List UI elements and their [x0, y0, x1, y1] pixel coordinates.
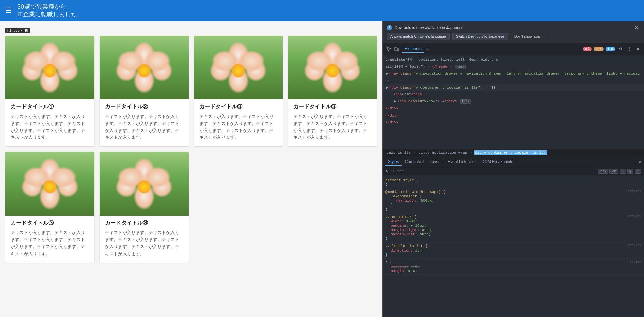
dom-line-2: alc(100% + 0px);"> ↔ </header> flex — [383, 63, 644, 71]
css-selector-universal: * { — [385, 260, 392, 264]
always-match-language-button[interactable]: Always match Chrome's language — [387, 33, 450, 40]
svg-rect-1 — [397, 48, 399, 51]
dom-line-row: ▶<div class="v-row"> ↔</div> flex — [383, 98, 644, 105]
subtab-styles[interactable]: Styles — [385, 158, 402, 166]
css-source-locale: <style> — [627, 244, 641, 247]
dom-line-comment: <!----> — [383, 77, 644, 84]
filter-input[interactable] — [390, 169, 595, 173]
subtab-layout[interactable]: Layout — [427, 158, 444, 166]
subtab-computed[interactable]: Computed — [402, 158, 426, 166]
devtools-styles-panel: element.style { } @media (min-width: 960… — [383, 175, 644, 317]
dont-show-again-button[interactable]: Don't show again — [511, 33, 546, 40]
breadcrumb-item-3[interactable]: div.v-container.v-locale--is-ltr — [474, 150, 547, 155]
notification-close-button[interactable]: ✕ — [633, 24, 640, 31]
card-4-body: カードタイトル③ テキストが入ります。テキストが入ります。テキストが入ります。テ… — [288, 99, 377, 146]
close-devtools-icon[interactable]: ✕ — [635, 46, 641, 52]
card-1[interactable]: カードタイトル① テキストが入ります。テキストが入ります。テキストが入ります。テ… — [5, 36, 94, 146]
dom-line-1: translate(0%); position: fixed; left: 0p… — [383, 56, 644, 63]
dom-line-container[interactable]: ▶<div class="v-container v-locale--is-lt… — [383, 84, 644, 91]
devtools-dom-tree: translate(0%); position: fixed; left: 0p… — [383, 55, 644, 149]
card-5-text: テキストが入ります。テキストが入ります。テキストが入ります。テキストが入ります。… — [11, 229, 89, 257]
warning-count: 6 — [600, 47, 602, 51]
card-4-image — [288, 36, 377, 99]
css-selector-media: @media (min-width: 960px) { — [385, 190, 445, 194]
css-rule-v-container: .v-container { <style> width: 100%; padd… — [383, 213, 644, 242]
card-1-text: テキストが入ります。テキストが入ります。テキストが入ります。テキストが入ります。… — [11, 113, 89, 141]
card-2-body: カードタイトル② テキストが入ります。テキストが入ります。テキストが入ります。テ… — [100, 99, 189, 146]
dom-line-close3: </div> — [383, 119, 644, 126]
switch-devtools-japanese-button[interactable]: Switch DevTools to Japanese — [452, 33, 508, 40]
card-2[interactable]: カードタイトル② テキストが入ります。テキストが入ります。テキストが入ります。テ… — [100, 36, 189, 146]
filter-hov-button[interactable]: :hov — [598, 169, 608, 174]
devtools-breadcrumb: calc-is-ltr › div.v-application_wrap › d… — [383, 149, 644, 156]
card-3[interactable]: カードタイトル③ テキストが入ります。テキストが入ります。テキストが入ります。テ… — [194, 36, 283, 146]
settings-icon[interactable]: ⚙ — [617, 46, 624, 52]
card-3-title: カードタイトル③ — [199, 103, 278, 110]
css-rule-element-style: element.style { } — [383, 177, 644, 188]
card-5-body: カードタイトル③ テキストが入ります。テキストが入ります。テキストが入ります。テ… — [5, 216, 94, 263]
filter-copy-button[interactable]: ⎘ — [627, 169, 633, 174]
info-icon: i — [387, 25, 392, 30]
css-selector-locale: .v-locale--is-ltr { — [385, 244, 427, 248]
toolbar-right: ✕ 2 ⚠ 6 ℹ 6 ⚙ ⋮ ✕ — [583, 46, 641, 52]
tab-more-icon[interactable]: » — [425, 46, 430, 52]
notification-row2: Always match Chrome's language Switch De… — [387, 33, 640, 40]
h1-element-badge: h1 868 × 48 — [5, 28, 30, 33]
breadcrumb-item-1[interactable]: calc-is-ltr — [385, 150, 412, 155]
devtools-notification: i DevTools is now available in Japanese!… — [383, 21, 644, 43]
dom-line-close1: </div> — [383, 105, 644, 112]
card-5-image — [5, 152, 94, 216]
filter-cls-button[interactable]: .cls — [609, 169, 618, 174]
more-options-icon[interactable]: ⋮ — [626, 46, 633, 52]
dom-line-h1: <h1>Home</h1> — [383, 91, 644, 98]
device-toolbar-icon[interactable] — [393, 46, 400, 52]
top-navigation: ☰ 30歳で異業種から IT企業に転職しました — [0, 0, 644, 21]
card-4[interactable]: カードタイトル③ テキストが入ります。テキストが入ります。テキストが入ります。テ… — [288, 36, 377, 146]
devtools-main-tabs: Elements » — [402, 45, 581, 53]
site-title-line1: 30歳で異業種から — [17, 3, 77, 11]
info-count-badge: ℹ 6 — [606, 47, 615, 51]
css-selector-v-container: .v-container { — [385, 215, 416, 219]
card-3-text: テキストが入ります。テキストが入ります。テキストが入ります。テキストが入ります。… — [199, 113, 278, 141]
subtab-dom-breakpoints[interactable]: DOM Breakpoints — [479, 158, 516, 166]
subtab-event-listeners[interactable]: Event Listeners — [445, 158, 478, 166]
filter-buttons: :hov .cls + ⎘ ⊡ — [598, 169, 641, 174]
filter-toggle-button[interactable]: ⊡ — [635, 169, 641, 174]
toolbar-left-icons — [385, 46, 400, 52]
cards-grid: カードタイトル① テキストが入ります。テキストが入ります。テキストが入ります。テ… — [5, 36, 377, 263]
card-5[interactable]: カードタイトル③ テキストが入ります。テキストが入ります。テキストが入ります。テ… — [5, 152, 94, 263]
dom-line-nav: ▶<nav class="v-navigation-drawer v-navig… — [383, 70, 644, 77]
devtools-toolbar: Elements » ✕ 2 ⚠ 6 ℹ 6 ⚙ ⋮ ✕ — [383, 43, 644, 55]
card-6[interactable]: カードタイトル③ テキストが入ります。テキストが入ります。テキストが入ります。テ… — [100, 152, 189, 263]
inspect-element-icon[interactable] — [385, 46, 392, 52]
breadcrumb-item-2[interactable]: div.v-application_wrap — [417, 150, 468, 155]
warning-count-badge: ⚠ 6 — [594, 47, 604, 51]
card-2-title: カードタイトル② — [105, 103, 183, 110]
devtools-panel: i DevTools is now available in Japanese!… — [382, 21, 644, 317]
card-3-image — [194, 36, 283, 99]
subtab-more-icon[interactable]: » — [639, 160, 641, 164]
h1-tag-label: h1 — [7, 28, 11, 32]
card-6-title: カードタイトル③ — [105, 220, 183, 227]
card-1-image — [5, 36, 94, 99]
css-rule-universal: * { <style> padding: ▶ 0; margin: ▶ 0; — [383, 259, 644, 275]
dom-line-close2: </div> — [383, 112, 644, 119]
site-title-line2: IT企業に転職しました — [17, 11, 77, 18]
filter-add-button[interactable]: + — [620, 169, 626, 174]
card-6-body: カードタイトル③ テキストが入ります。テキストが入ります。テキストが入ります。テ… — [100, 216, 189, 263]
card-4-text: テキストが入ります。テキストが入ります。テキストが入ります。テキストが入ります。… — [293, 113, 371, 141]
main-content: h1 868 × 48 カードタイトル① テキストが入ります。テキストが入ります… — [0, 21, 382, 317]
hamburger-menu-icon[interactable]: ☰ — [5, 6, 12, 15]
card-2-text: テキストが入ります。テキストが入ります。テキストが入ります。テキストが入ります。… — [105, 113, 183, 141]
error-count: 2 — [588, 47, 590, 51]
css-selector-element-style: element.style { — [385, 178, 418, 182]
filter-icon: ⚗ — [385, 169, 388, 174]
info-count: 6 — [611, 47, 613, 51]
card-6-text: テキストが入ります。テキストが入ります。テキストが入ります。テキストが入ります。… — [105, 229, 183, 257]
tab-elements[interactable]: Elements — [402, 45, 424, 53]
devtools-subtabs: Styles Computed Layout Event Listeners D… — [383, 156, 644, 167]
notification-title: DevTools is now available in Japanese! — [395, 25, 630, 30]
error-count-badge: ✕ 2 — [583, 47, 592, 51]
card-3-body: カードタイトル③ テキストが入ります。テキストが入ります。テキストが入ります。テ… — [194, 99, 283, 146]
css-rule-media: @media (min-width: 960px) { <style> .v-c… — [383, 188, 644, 213]
